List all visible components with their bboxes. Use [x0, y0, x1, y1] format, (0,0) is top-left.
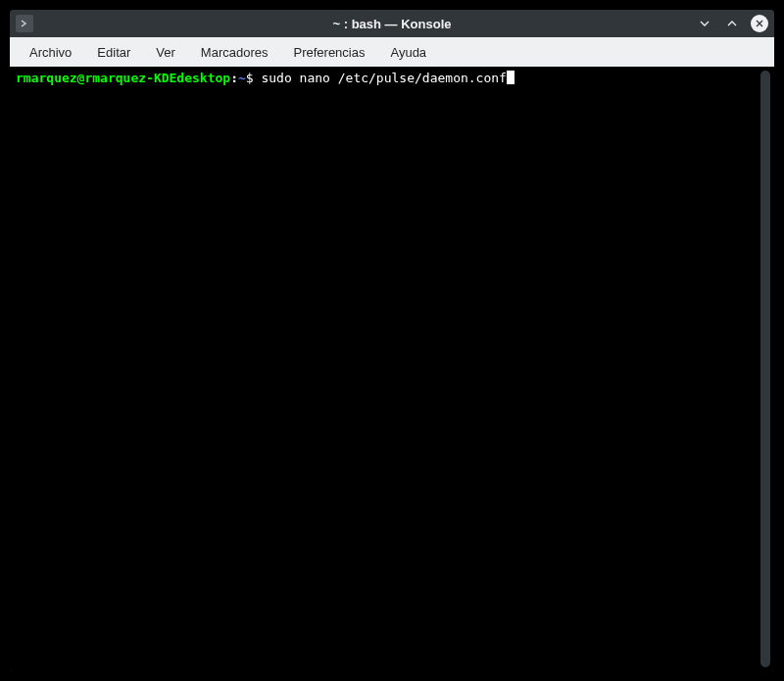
- close-button[interactable]: [751, 15, 768, 32]
- konsole-window: ~ : bash — Konsole Archivo Editar Ver Ma…: [10, 10, 774, 671]
- minimize-button[interactable]: [696, 15, 713, 32]
- menu-ver[interactable]: Ver: [144, 41, 187, 64]
- terminal-cursor: [507, 71, 514, 84]
- prompt-separator: :: [230, 71, 238, 85]
- window-controls: [696, 15, 768, 32]
- prompt-user-host: rmarquez@rmarquez-KDEdesktop: [16, 71, 230, 85]
- titlebar[interactable]: ~ : bash — Konsole: [10, 10, 774, 37]
- close-icon: [755, 19, 764, 28]
- chevron-down-icon: [698, 17, 711, 30]
- scrollbar[interactable]: [760, 71, 770, 667]
- menubar: Archivo Editar Ver Marcadores Preferenci…: [10, 37, 774, 67]
- menu-editar[interactable]: Editar: [85, 41, 142, 64]
- command-text: sudo nano /etc/pulse/daemon.conf: [254, 71, 507, 85]
- menu-archivo[interactable]: Archivo: [18, 41, 83, 64]
- window-title: ~ : bash — Konsole: [333, 17, 452, 31]
- terminal-content[interactable]: rmarquez@rmarquez-KDEdesktop:~$ sudo nan…: [10, 67, 760, 671]
- menu-preferencias[interactable]: Preferencias: [281, 41, 376, 64]
- maximize-button[interactable]: [723, 15, 741, 32]
- prompt-symbol: $: [246, 71, 254, 85]
- terminal-area[interactable]: rmarquez@rmarquez-KDEdesktop:~$ sudo nan…: [10, 67, 774, 671]
- prompt-path: ~: [238, 71, 246, 85]
- chevron-up-icon: [725, 17, 739, 30]
- menu-ayuda[interactable]: Ayuda: [378, 41, 438, 64]
- app-icon: [16, 15, 33, 32]
- menu-marcadores[interactable]: Marcadores: [189, 41, 280, 64]
